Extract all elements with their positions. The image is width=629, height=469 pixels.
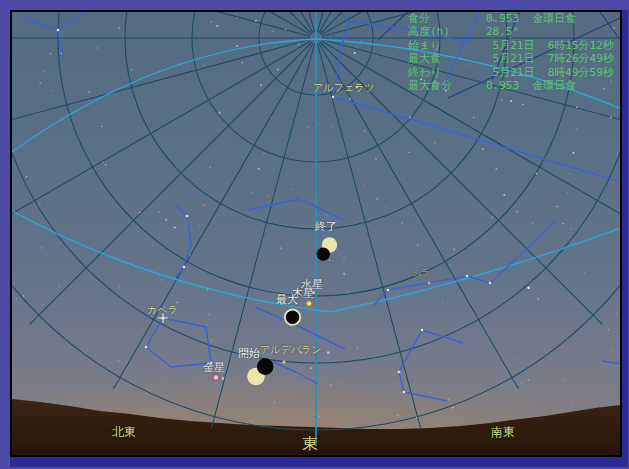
sky-map[interactable]: アルフェラツカペラミラアルデバラン水星木星金星開始最大終了北東東南東食分0.95…	[12, 12, 620, 455]
sky-map-frame: アルフェラツカペラミラアルデバラン水星木星金星開始最大終了北東東南東食分0.95…	[10, 10, 622, 457]
named-star	[356, 86, 358, 88]
sky-chart	[12, 12, 620, 455]
eclipse-moon	[286, 311, 299, 324]
window-bevel-top	[0, 0, 629, 10]
planet-木星	[305, 299, 313, 307]
planet-金星	[212, 373, 221, 382]
named-star	[428, 282, 431, 285]
eclipse-moon	[317, 248, 330, 261]
eclipse-max	[284, 309, 301, 326]
named-star	[282, 360, 285, 363]
eclipse-moon	[257, 358, 274, 375]
planet-水星	[312, 291, 315, 294]
planetarium-window: アルフェラツカペラミラアルデバラン水星木星金星開始最大終了北東東南東食分0.95…	[0, 0, 629, 469]
window-bevel-left	[0, 0, 10, 469]
